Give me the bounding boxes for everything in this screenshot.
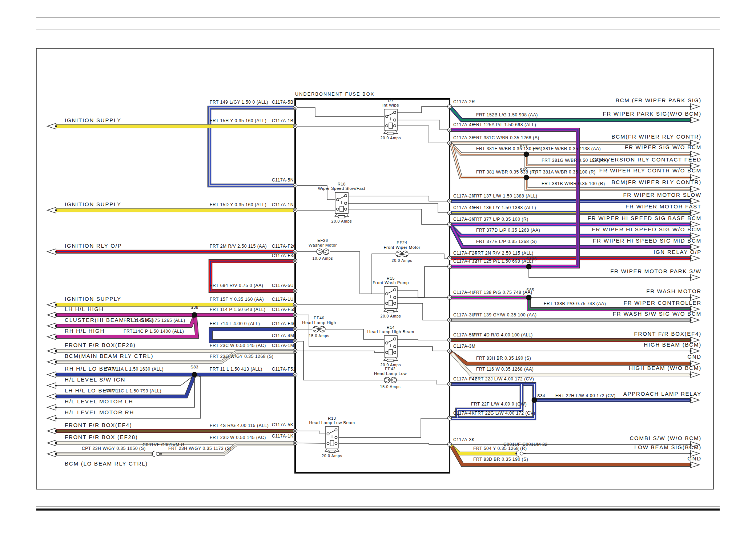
label-side: FR WIPER HI SPEED SIG W/O BCM: [592, 226, 701, 232]
wire-ignition-rly-op: [47, 249, 295, 255]
label-side: IGNITION SUPPLY: [65, 201, 121, 207]
label-side: H/L LEVEL MOTOR RH: [65, 409, 134, 415]
label-spec: FRT 83H BR 0.35 190 (S): [476, 356, 531, 361]
label-spec: FRT 15F Y 0.35 160 (AA): [210, 297, 264, 302]
label-code: C117A-1B: [272, 118, 293, 123]
arrowhead: [47, 383, 56, 388]
label-side: GND: [687, 354, 701, 360]
label-side: HIGH BEAM (W/O BCM): [629, 365, 701, 371]
arrowhead: [47, 312, 56, 318]
label-side: FR WIPER HI SPEED SIG MID BCM: [593, 237, 701, 244]
label-code: C117A-3M: [453, 344, 475, 349]
relay-r14: R14Head Lamp High Beam20.0 Amps: [367, 325, 414, 367]
label-spec: FRT 137 L/W 1.50 1388 (ALL): [473, 193, 538, 199]
fuse-ef42: EF42Head Lamp Low15.0 Amps: [374, 367, 407, 389]
label-code: C117A-F51: [272, 367, 296, 372]
label-side: LH H/L HIGH: [65, 306, 104, 312]
arrowhead: [47, 323, 56, 329]
label-code: C117A-F42: [453, 376, 477, 382]
label-spec: FRT 4S R/G 4.00 115 (ALL): [210, 423, 269, 428]
arrowhead: [47, 334, 56, 340]
label-spec: FRT 23D W 0.50 145 (AC): [210, 435, 266, 440]
label-spec: FRT 381 W/BR 0.35 638 (R): [476, 169, 536, 175]
label-code: C117A-F46: [272, 321, 296, 326]
label-amps: 15.0 Amps: [309, 334, 330, 338]
label-spec: FRT 114B P 0.75 1265 (ALL): [124, 318, 185, 323]
fuse-box-connectors: [293, 105, 452, 447]
label-spec: FRT 138B P/G 0.75 748 (AA): [544, 301, 606, 306]
arrowhead: [47, 372, 56, 378]
wire-bcm-park-sig: [450, 104, 699, 109]
arrowhead: [47, 302, 56, 308]
label-code: C117A-F24: [453, 251, 477, 256]
page-frame: [36, 17, 720, 510]
wire-low-beam-sig: [523, 451, 699, 456]
label-spec: FRT 15D Y 0.35 160 (ALL): [210, 202, 266, 207]
label-spec: FRT 11A L 1.50 1630 (ALL): [105, 367, 164, 372]
label-side: BCM (FR WIPER PARK SIG): [616, 97, 701, 103]
arrowhead: [691, 317, 699, 323]
label-side: APPROACH LAMP RELAY: [623, 391, 701, 397]
label-side: BCM(FR WIPER RLY CONTR): [611, 179, 701, 185]
label-side: FR WIPER MOTOR FAST: [626, 203, 701, 209]
label-spec: FRT 83D BR 0.35 190 (S): [473, 457, 528, 462]
label-side: FRONT F/R BOX(EF4): [65, 422, 132, 428]
label-side: H/L LEVEL MOTOR LH: [65, 398, 133, 404]
label-compid: R18: [338, 182, 346, 186]
wire-high-beam-bcm: [450, 348, 699, 354]
label-side: GND: [687, 455, 701, 462]
label-spec: FRT 116 W 0.35 1268 (AA): [476, 367, 534, 372]
label-side: FR WIPER HI SPEED SIG BASE BCM: [588, 215, 701, 221]
label-amps: 10.0 Amps: [313, 256, 333, 260]
label-code: C117A-F34: [272, 253, 296, 258]
label-spec: FRT 381F W/BR 0.35 1138 (AA): [532, 146, 601, 151]
wire-ignition-supply-2: [47, 207, 295, 213]
label-code: C117A-5U: [272, 283, 294, 288]
arrowhead: [47, 123, 56, 129]
label-compid: R14: [387, 325, 395, 330]
label-spec: FRT 11 L 1.50 413 (ALL): [210, 367, 262, 372]
label-side: FR WIPER RLY CONTR W/O BCM: [599, 167, 701, 173]
arrowhead: [47, 207, 56, 213]
relay-r18: R18Wiper Speed Slow/Fast20.0 Amps: [318, 182, 366, 223]
label-compid: R13: [328, 416, 336, 420]
label-side: BCM (LO BEAM RLY CTRL): [65, 460, 148, 467]
label-side: CONVERSION RLY CONTACT FEED: [592, 156, 701, 163]
fuse-ef24: EF24Front Wiper Motor20.0 Amps: [383, 240, 420, 263]
label-side: IGN RELAY O/P: [654, 249, 701, 255]
label-spec: FRT 694 R/V 0.75 0 (AA): [210, 283, 263, 288]
label-compid: EF46: [314, 316, 325, 320]
label-spec: FRT 138 P/G 0.75 748 (AA): [473, 290, 532, 295]
label-code: C117A-3K: [453, 437, 475, 442]
arrowhead: [47, 348, 56, 354]
label-spec: FRT 125A P/L 1.50 698 (ALL): [473, 122, 536, 127]
label-side: RH H/L HIGH: [65, 328, 105, 334]
arrowhead: [47, 359, 56, 365]
relay-r13: R13Head Lamp Low Beam20.0 Amps: [309, 416, 355, 458]
arrowhead: [691, 348, 699, 354]
arrowhead: [691, 186, 699, 192]
relay-r15: R15Front Wash Pump20.0 Amps: [373, 276, 409, 318]
wire-cpt-23h: [47, 451, 153, 457]
label-code: C117A-4K: [453, 411, 475, 416]
label-spec: FRT 15H Y 0.35 160 (ALL): [210, 118, 266, 123]
label-side: FR WIPER MOTOR PARK S/W: [610, 268, 701, 274]
label-code: C117A-1M: [272, 343, 294, 348]
label-code: C117A-F55: [272, 307, 296, 312]
label-amps: 20.0 Amps: [381, 136, 401, 140]
label-side: FR WASH MOTOR: [646, 288, 701, 294]
label-code: C117A-5K: [272, 422, 293, 427]
label-spec: FRT114C P 1.50 1400 (ALL): [124, 329, 184, 334]
label-spec: FRT 504 Y 0.35 1268 (R): [473, 446, 527, 451]
label-spec: FRT 381C W/BR 0.35 1268 (S): [473, 135, 539, 140]
label-spec: FRT 149 L/GY 1.50 0 (ALL): [210, 100, 268, 105]
label-code: C117A-1N: [272, 202, 294, 207]
label-code: C117A-2N: [453, 193, 475, 199]
arrowhead: [691, 372, 699, 378]
label-compname: Head Lamp Low Beam: [309, 420, 355, 425]
label-spec: FRT 22F L/W 4.00 0 (CW): [471, 402, 527, 407]
label-compname: Head Lamp High Beam: [367, 330, 414, 334]
label-side: IGNITION SUPPLY: [65, 296, 121, 302]
label-amps: 20.0 Amps: [381, 314, 401, 318]
arrowhead: [691, 275, 699, 280]
